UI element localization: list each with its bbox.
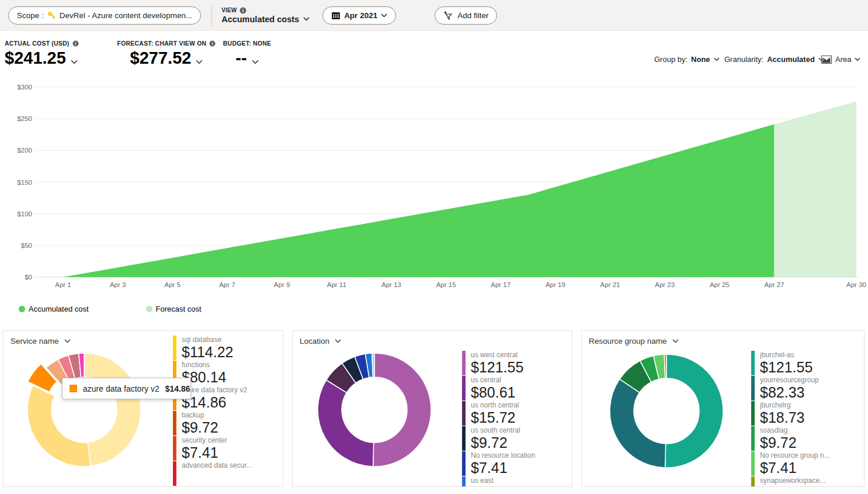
kpi-forecast-label: FORECAST: CHART VIEW ON	[117, 40, 207, 47]
donut-tooltip: azure data factory v2 $14.86	[62, 378, 191, 399]
tooltip-value: $14.86	[165, 384, 190, 393]
calendar-icon	[331, 11, 341, 20]
legend-item-label: us central	[471, 376, 515, 384]
chevron-down-icon	[303, 17, 310, 21]
chevron-down-icon	[335, 339, 341, 343]
legend-item-value: $7.41	[471, 460, 535, 476]
chevron-down-icon	[381, 13, 387, 18]
legend-item-label: us south central	[471, 426, 520, 434]
legend-item-value: $7.41	[182, 445, 227, 461]
legend-item-value: $121.55	[471, 360, 523, 375]
scope-picker[interactable]: Scope : DevRel - Azure content developme…	[8, 6, 201, 25]
svg-text:Apr 5: Apr 5	[165, 281, 181, 288]
legend-color-bar	[751, 451, 755, 476]
donut-slice[interactable]	[373, 353, 431, 467]
legend-color-bar	[173, 436, 176, 461]
svg-text:Apr 25: Apr 25	[710, 281, 730, 288]
legend-color-bar	[751, 426, 755, 451]
legend-item-label: No resource group n...	[760, 451, 829, 460]
info-icon	[239, 7, 246, 14]
svg-text:$100: $100	[17, 210, 32, 217]
group-by-value: None	[691, 55, 710, 64]
legend-item-label: backup	[182, 411, 218, 419]
legend-item-label: functions	[182, 361, 226, 369]
group-by-dropdown[interactable]: Group by: None	[654, 55, 720, 64]
kpi-actual-cost: ACTUAL COST (USD) $241.25	[5, 40, 79, 68]
location-selector[interactable]: Location	[300, 337, 341, 346]
svg-text:Apr 15: Apr 15	[436, 281, 456, 288]
donut-slice[interactable]	[665, 354, 723, 468]
granularity-dropdown[interactable]: Granularity: Accumulated	[724, 55, 824, 64]
legend-item-label: yourresourcegroup	[760, 376, 819, 384]
kpi-forecast: FORECAST: CHART VIEW ON $277.52	[105, 40, 228, 68]
legend-item: jburchelrg$18.73	[751, 401, 862, 426]
legend-item-label: us north central	[471, 401, 519, 409]
legend-item-label: sql database	[182, 336, 234, 344]
service-name-selector[interactable]: Service name	[11, 337, 71, 346]
area-chart[interactable]: $0$50$100$150$200$250$300Apr 1Apr 3Apr 5…	[0, 82, 868, 292]
chevron-down-icon	[252, 60, 259, 64]
view-value: Accumulated costs	[221, 15, 299, 24]
svg-text:$50: $50	[21, 242, 32, 249]
command-bar: Scope : DevRel - Azure content developme…	[0, 0, 868, 31]
service-donut-legend: sql database$114.22functions$80.14azure …	[173, 336, 280, 486]
chevron-down-icon	[714, 57, 720, 61]
accumulated-cost-dot	[19, 306, 25, 312]
granularity-label: Granularity:	[724, 55, 763, 64]
card-location: Location us west central$121.55us centra…	[292, 330, 572, 487]
kpi-forecast-value[interactable]: $277.52	[105, 49, 228, 68]
svg-text:$250: $250	[17, 115, 32, 122]
card-service-name: Service name sql database$114.22function…	[3, 330, 283, 487]
chart-type-dropdown[interactable]: Area	[821, 55, 860, 64]
legend-item-value: $9.72	[760, 435, 797, 451]
location-donut-legend: us west central$121.55us central$80.61us…	[462, 351, 570, 486]
legend-item-label: No resource location	[471, 451, 535, 460]
chart-legend: Accumulated cost Forecast cost	[19, 305, 202, 313]
tooltip-label: azure data factory v2	[83, 384, 159, 393]
donut-slice[interactable]	[318, 380, 374, 467]
chart-type-value: Area	[835, 55, 851, 64]
legend-color-bar	[462, 451, 466, 476]
add-filter-button[interactable]: Add filter	[435, 6, 497, 25]
legend-item-label: security center	[182, 436, 227, 444]
svg-text:Apr 3: Apr 3	[110, 281, 126, 288]
service-donut-chart[interactable]	[4, 331, 173, 487]
legend-item-label: synapseworkspace...	[760, 476, 825, 485]
resource-group-donut-chart[interactable]	[582, 331, 751, 487]
donut-slice[interactable]	[84, 353, 141, 466]
legend-item: security center$7.41	[173, 436, 280, 461]
group-by-label: Group by:	[654, 55, 688, 64]
tooltip-swatch	[70, 385, 77, 392]
kpi-row: ACTUAL COST (USD) $241.25 FORECAST: CHAR…	[0, 32, 868, 82]
legend-item: advanced data secur...	[173, 461, 280, 486]
kpi-budget: BUDGET: NONE --	[215, 40, 279, 68]
legend-item-value: $114.22	[182, 344, 234, 360]
kpi-budget-value[interactable]: --	[215, 49, 279, 68]
svg-text:$200: $200	[17, 147, 32, 154]
legend-item: No resource group n...$7.41	[751, 451, 862, 476]
legend-item: us north central$15.72	[462, 401, 570, 426]
legend-color-bar	[751, 401, 755, 426]
resource-group-selector[interactable]: Resource group name	[589, 337, 679, 346]
legend-item: synapseworkspace...	[751, 476, 862, 486]
donut-slice[interactable]	[610, 379, 666, 468]
legend-item: jburchel-as$121.55	[751, 351, 862, 375]
svg-text:Apr 9: Apr 9	[274, 281, 290, 288]
legend-item-label: advanced data secur...	[182, 461, 252, 469]
info-icon	[72, 40, 79, 47]
svg-text:Apr 17: Apr 17	[491, 281, 511, 288]
kpi-actual-value[interactable]: $241.25	[5, 49, 79, 68]
date-range-picker[interactable]: Apr 2021	[322, 6, 396, 25]
location-donut-chart[interactable]	[293, 331, 462, 487]
view-selector[interactable]: Accumulated costs	[221, 15, 310, 24]
legend-color-bar	[462, 401, 466, 426]
legend-item-value: $82.33	[760, 385, 819, 400]
legend-item: No resource location$7.41	[462, 451, 570, 476]
legend-item-value: $18.73	[760, 410, 804, 426]
svg-text:Apr 11: Apr 11	[327, 281, 346, 288]
legend-color-bar	[751, 476, 755, 486]
legend-item: yourresourcegroup$82.33	[751, 376, 862, 400]
legend-item-value: $121.55	[760, 360, 813, 375]
add-filter-label: Add filter	[457, 11, 488, 20]
kpi-actual-label: ACTUAL COST (USD)	[5, 40, 70, 47]
